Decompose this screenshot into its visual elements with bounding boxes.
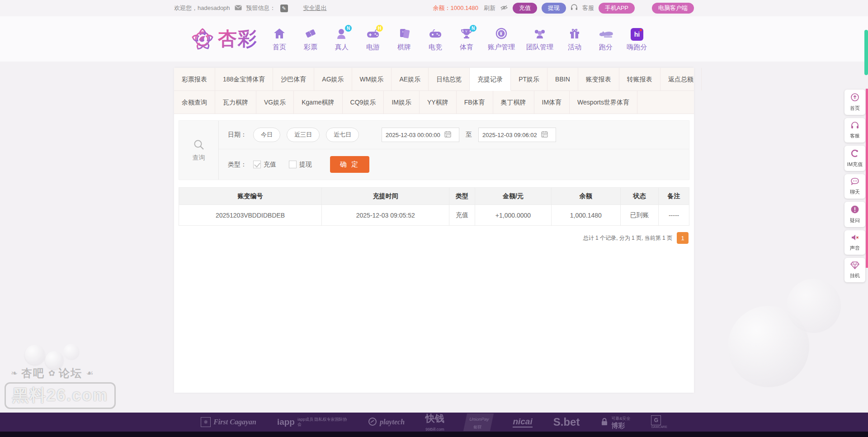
type-withdraw-option[interactable]: 提现 (289, 161, 312, 169)
tab-kgame[interactable]: Kgame棋牌 (294, 91, 342, 114)
side-widget-question[interactable]: 疑问 (844, 202, 865, 227)
tab-deposit-withdraw-records[interactable]: 充提记录 (470, 68, 511, 90)
calendar-icon[interactable] (541, 131, 548, 139)
svg-text:+: + (402, 30, 404, 33)
nav-item-sports[interactable]: YN 体育 (453, 27, 480, 52)
mail-icon[interactable] (235, 5, 242, 12)
edit-icon[interactable]: ✎ (280, 5, 288, 12)
eye-off-icon[interactable] (500, 5, 508, 12)
tab-wesports[interactable]: Wesports世界体育 (570, 91, 637, 114)
deposit-checkbox[interactable] (253, 161, 261, 168)
nav-item-team[interactable]: 团队管理 (523, 27, 557, 52)
playtech-swirl-icon (368, 417, 377, 428)
query-label: 查询 (193, 154, 205, 162)
withdraw-checkbox[interactable] (289, 161, 297, 168)
footer-logo-gamcare: G GAMCARE (651, 415, 667, 429)
tab-bbin[interactable]: BBIN (547, 68, 578, 90)
top-bar: 欢迎您，hadesadoph 预留信息： ✎ 安全退出 余额：1000.1480… (0, 0, 868, 16)
nav-item-esports[interactable]: 电竞 (422, 27, 449, 52)
nav-item-account[interactable]: ¥ 账户管理 (484, 27, 519, 52)
scrollbar-thumb[interactable] (864, 30, 868, 75)
tab-lottery-report[interactable]: 彩票报表 (174, 68, 215, 90)
welcome-text: 欢迎您，hadesadoph (174, 4, 230, 12)
to-label: 至 (466, 131, 472, 139)
tab-transfer-report[interactable]: 转账报表 (619, 68, 660, 90)
nav-item-lottery[interactable]: 彩票 (297, 27, 324, 52)
gift-icon (569, 28, 580, 41)
tab-fb-sport[interactable]: FB体育 (457, 91, 493, 114)
type-label: 类型： (228, 161, 247, 169)
col-header-status: 状态 (620, 188, 659, 205)
nav-item-home[interactable]: 首页 (266, 27, 293, 52)
site-footer: ✵ First Cagayan iapp iapp成员 隐私权专家国际协会 pl… (0, 413, 868, 437)
mobile-app-button[interactable]: 手机APP (599, 3, 635, 14)
tab-im-entertainment[interactable]: IM娱乐 (384, 91, 420, 114)
side-widget-service[interactable]: 客服 (844, 118, 865, 142)
side-widget-chat[interactable]: 聊天 (844, 174, 865, 199)
side-widget-idle[interactable]: 挂机 (844, 258, 865, 282)
quick-3days-button[interactable]: 近三日 (287, 128, 320, 142)
logout-link[interactable]: 安全退出 (303, 4, 327, 12)
tab-188-sport[interactable]: 188金宝博体育 (215, 68, 273, 90)
reserved-info-label: 预留信息： (246, 4, 276, 12)
tab-daily-summary[interactable]: 日结总览 (429, 68, 470, 90)
tab-ag[interactable]: AG娱乐 (314, 68, 352, 90)
pc-client-button[interactable]: 电脑客户端 (652, 3, 694, 14)
date-from-input[interactable] (386, 132, 444, 138)
tab-balance-query[interactable]: 余额查询 (174, 91, 215, 114)
tab-aoding[interactable]: 奥丁棋牌 (493, 91, 534, 114)
nav-item-paofen[interactable]: 跑分 (592, 27, 619, 52)
withdraw-button[interactable]: 提现 (542, 3, 566, 14)
rhino-icon (598, 28, 614, 40)
side-widget-sound[interactable]: 声音 (844, 230, 865, 255)
tab-rebate-total[interactable]: 返点总额 (660, 68, 702, 90)
lock-icon (600, 417, 609, 428)
footer-logo-playtech: playtech (368, 417, 405, 428)
deposit-button[interactable]: 充值 (513, 3, 537, 14)
service-label[interactable]: 客服 (582, 4, 594, 12)
side-widget-home[interactable]: 首页 (844, 90, 865, 115)
refresh-link[interactable]: 刷新 (484, 4, 495, 12)
brand-logo[interactable]: 杏彩 (190, 26, 258, 52)
search-icon (193, 139, 205, 152)
nav-item-cards[interactable]: + 棋牌 (391, 27, 418, 52)
records-table: 账变编号 充提时间 类型 金额/元 余额 状态 备注 20251203VBDDI… (179, 187, 689, 226)
tab-shaba-sport[interactable]: 沙巴体育 (273, 68, 314, 90)
nav-item-activity[interactable]: 活动 (561, 27, 588, 52)
tab-cq9[interactable]: CQ9娱乐 (343, 91, 384, 114)
billiard-ball-decoration (63, 344, 80, 360)
calendar-icon[interactable] (444, 131, 451, 139)
quick-today-button[interactable]: 今日 (253, 128, 280, 142)
date-to-input[interactable] (482, 132, 541, 138)
type-deposit-option[interactable]: 充值 (253, 161, 276, 169)
tab-wali[interactable]: 瓦力棋牌 (215, 91, 256, 114)
page-1-button[interactable]: 1 (677, 232, 689, 244)
quick-7days-button[interactable]: 近七日 (326, 128, 359, 142)
tab-im-sport[interactable]: IM体育 (534, 91, 570, 114)
footer-logo-nicai: nicai (513, 417, 532, 428)
nav-item-hi-paofen[interactable]: hi 嗨跑分 (623, 27, 651, 52)
col-header-amount: 金额/元 (475, 188, 551, 205)
watermark-site-text: 黑料26.com (5, 382, 116, 409)
footer-logo-unionpay: UnionPay 银联 (465, 413, 492, 431)
nav-item-live[interactable]: N 真人 (328, 27, 355, 52)
col-header-balance: 余额 (552, 188, 620, 205)
footer-bottom-strip (0, 432, 868, 437)
tabs-row-1: 彩票报表 188金宝博体育 沙巴体育 AG娱乐 WM娱乐 AE娱乐 日结总览 充… (174, 68, 694, 91)
site-header: 杏彩 首页 彩票 N 真人 H 电游 + 棋牌 (0, 16, 868, 62)
tab-pt[interactable]: PT娱乐 (511, 68, 547, 90)
pagination: 总计 1 个记录, 分为 1 页, 当前第 1 页 1 (174, 232, 689, 244)
nav-item-egame[interactable]: H 电游 (359, 27, 387, 52)
chat-icon (850, 180, 859, 187)
submit-button[interactable]: 确 定 (330, 156, 369, 173)
cell-amount: +1,000.0000 (475, 205, 551, 226)
team-icon (533, 28, 547, 41)
tab-ae[interactable]: AE娱乐 (392, 68, 429, 90)
tab-yy[interactable]: YY棋牌 (420, 91, 457, 114)
tab-vg[interactable]: VG娱乐 (256, 91, 294, 114)
tab-wm[interactable]: WM娱乐 (352, 68, 392, 90)
flower-logo-icon (190, 26, 215, 52)
side-widget-im-recharge[interactable]: IM充值 (844, 146, 865, 171)
tab-account-change-report[interactable]: 账变报表 (578, 68, 619, 90)
query-section: 查询 (179, 121, 219, 180)
